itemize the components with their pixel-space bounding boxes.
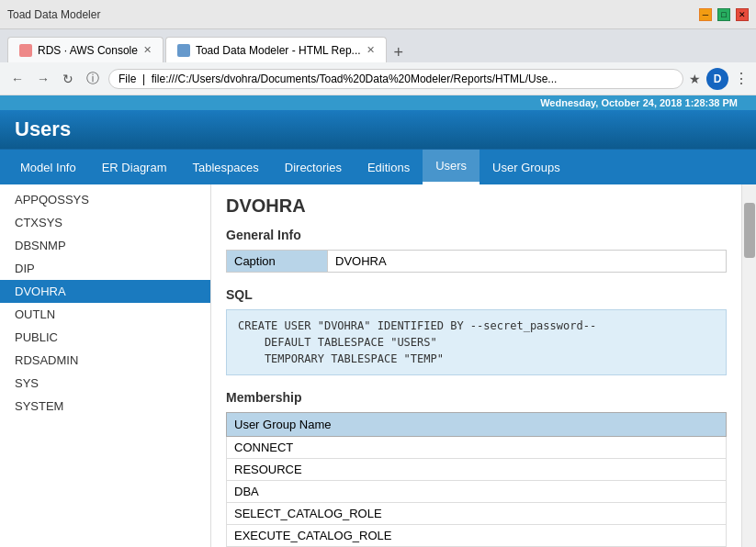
nav-editions[interactable]: Editions <box>355 151 423 184</box>
nav-er-diagram[interactable]: ER Diagram <box>89 151 180 184</box>
more-options-icon[interactable]: ⋮ <box>734 70 749 87</box>
tab-rds[interactable]: RDS · AWS Console ✕ <box>7 37 164 62</box>
sidebar-item-public[interactable]: PUBLIC <box>0 326 210 349</box>
back-button[interactable]: ← <box>7 70 28 88</box>
rds-tab-close[interactable]: ✕ <box>143 44 152 56</box>
table-row: CONNECT <box>227 437 727 459</box>
table-row: RESOURCE <box>227 459 727 481</box>
table-header-row: User Group Name <box>227 413 727 437</box>
app-header: Users <box>0 110 756 149</box>
address-input[interactable] <box>108 69 683 89</box>
membership-connect: CONNECT <box>227 437 727 459</box>
new-tab-button[interactable]: + <box>389 43 410 62</box>
minimize-button[interactable]: ─ <box>699 8 712 21</box>
nav-model-info[interactable]: Model Info <box>7 151 89 184</box>
table-row: DBA <box>227 481 727 503</box>
title-bar: Toad Data Modeler ─ □ ✕ <box>0 0 756 29</box>
content-area: APPQOSSYS CTXSYS DBSNMP DIP DVOHRA OUTLN… <box>0 184 756 547</box>
sidebar-item-dip[interactable]: DIP <box>0 257 210 280</box>
page-title: DVOHRA <box>226 195 727 217</box>
sidebar-item-sys[interactable]: SYS <box>0 372 210 395</box>
scrollbar[interactable] <box>741 184 756 547</box>
sidebar-item-outln[interactable]: OUTLN <box>0 303 210 326</box>
membership-execute-catalog: EXECUTE_CATALOG_ROLE <box>227 525 727 547</box>
sidebar-item-system[interactable]: SYSTEM <box>0 395 210 418</box>
tab-toad[interactable]: Toad Data Modeler - HTML Rep... ✕ <box>165 37 387 62</box>
refresh-button[interactable]: ↻ <box>59 70 77 88</box>
membership-select-catalog: SELECT_CATALOG_ROLE <box>227 503 727 525</box>
rds-tab-label: RDS · AWS Console <box>38 44 138 57</box>
caption-label: Caption <box>227 251 328 273</box>
nav-bar: Model Info ER Diagram Tablespaces Direct… <box>0 149 756 184</box>
nav-tablespaces[interactable]: Tablespaces <box>180 151 272 184</box>
nav-user-groups[interactable]: User Groups <box>480 151 573 184</box>
membership-table: User Group Name CONNECT RESOURCE DBA SEL… <box>226 412 727 547</box>
sidebar-item-appqossys[interactable]: APPQOSSYS <box>0 188 210 211</box>
info-button[interactable]: ⓘ <box>83 69 103 89</box>
sidebar-item-ctxsys[interactable]: CTXSYS <box>0 211 210 234</box>
forward-button[interactable]: → <box>33 70 53 88</box>
tabs-bar: RDS · AWS Console ✕ Toad Data Modeler - … <box>0 29 756 62</box>
bookmark-icon[interactable]: ★ <box>689 72 701 86</box>
membership-dba: DBA <box>227 481 727 503</box>
sidebar: APPQOSSYS CTXSYS DBSNMP DIP DVOHRA OUTLN… <box>0 184 211 547</box>
caption-value: DVOHRA <box>328 251 727 273</box>
table-row: SELECT_CATALOG_ROLE <box>227 503 727 525</box>
sidebar-item-dbsnmp[interactable]: DBSNMP <box>0 234 210 257</box>
rds-tab-icon <box>19 44 32 57</box>
datetime-text: Wednesday, October 24, 2018 1:28:38 PM <box>540 97 738 108</box>
scroll-thumb[interactable] <box>744 203 755 258</box>
table-row: EXECUTE_CATALOG_ROLE <box>227 525 727 547</box>
toad-tab-icon <box>177 44 190 57</box>
general-info-table: Caption DVOHRA <box>226 250 727 273</box>
address-bar: ← → ↻ ⓘ ★ D ⋮ <box>0 62 756 95</box>
window-controls: ─ □ ✕ <box>699 8 749 21</box>
sql-title: SQL <box>226 287 727 302</box>
datetime-bar: Wednesday, October 24, 2018 1:28:38 PM <box>0 95 756 110</box>
sidebar-item-dvohra[interactable]: DVOHRA <box>0 280 210 303</box>
membership-resource: RESOURCE <box>227 459 727 481</box>
maximize-button[interactable]: □ <box>717 8 730 21</box>
sidebar-item-rdsadmin[interactable]: RDSADMIN <box>0 349 210 372</box>
main-content: DVOHRA General Info Caption DVOHRA SQL C… <box>211 184 741 547</box>
user-group-name-header: User Group Name <box>227 413 727 437</box>
nav-users[interactable]: Users <box>423 150 480 184</box>
membership-title: Membership <box>226 390 727 405</box>
nav-directories[interactable]: Directories <box>272 151 355 184</box>
close-button[interactable]: ✕ <box>736 8 749 21</box>
general-info-title: General Info <box>226 228 727 242</box>
toad-tab-close[interactable]: ✕ <box>367 44 375 56</box>
table-row: Caption DVOHRA <box>227 251 727 273</box>
title-bar-text: Toad Data Modeler <box>7 8 100 21</box>
app-title: Users <box>15 117 741 141</box>
app-container: Wednesday, October 24, 2018 1:28:38 PM U… <box>0 95 756 547</box>
toad-tab-label: Toad Data Modeler - HTML Rep... <box>196 44 361 57</box>
sql-box: CREATE USER "DVOHRA" IDENTIFIED BY --sec… <box>226 309 727 375</box>
profile-button[interactable]: D <box>706 68 728 90</box>
